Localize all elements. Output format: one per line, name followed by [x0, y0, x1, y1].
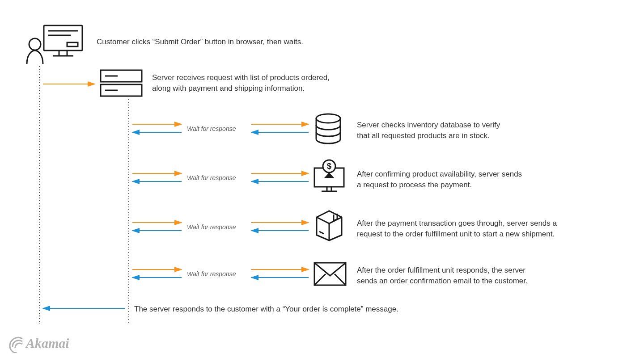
- line: After confirming product availability, s…: [357, 170, 522, 178]
- step-customer-text: Customer clicks “Submit Order” button in…: [97, 37, 454, 47]
- wait-label-2: Wait for response: [187, 174, 236, 181]
- line: along with payment and shipping informat…: [152, 84, 305, 93]
- wait-label-1: Wait for response: [187, 125, 236, 132]
- step-payment-text: After confirming product availability, s…: [357, 169, 607, 190]
- line: request to the order fulfillment unit to…: [357, 230, 555, 238]
- step-server-receive-text: Server receives request with list of pro…: [152, 72, 438, 94]
- line: Server receives request with list of pro…: [152, 73, 330, 82]
- line: After the order fulfillment unit respond…: [357, 266, 525, 274]
- wait-label-3: Wait for response: [187, 223, 236, 231]
- line: Server checks inventory database to veri…: [357, 121, 500, 129]
- line: a request to process the payment.: [357, 181, 472, 189]
- wait-label-4: Wait for response: [187, 270, 236, 278]
- line: After the payment transaction goes throu…: [357, 219, 557, 227]
- brand-logo: Akamai: [9, 336, 69, 353]
- brand-name: Akamai: [26, 336, 69, 350]
- brand-swirl-icon: [9, 336, 26, 353]
- line: sends an order confirmation email to the…: [357, 277, 528, 285]
- step-final-text: The server responds to the customer with…: [134, 304, 537, 315]
- step-inventory-text: Server checks inventory database to veri…: [357, 120, 589, 141]
- line: that all requested products are in stock…: [357, 131, 490, 140]
- step-email-text: After the order fulfillment unit respond…: [357, 265, 607, 286]
- step-fulfillment-text: After the payment transaction goes throu…: [357, 218, 625, 240]
